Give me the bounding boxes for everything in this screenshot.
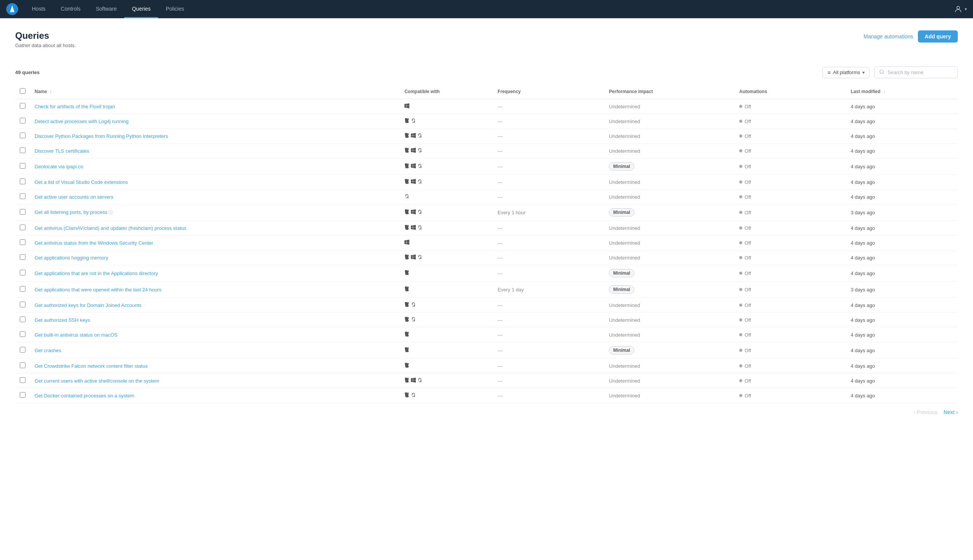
apple-icon xyxy=(404,133,409,139)
toolbar: 49 queries ≡ All platforms ▾ xyxy=(15,67,958,78)
nav-item-policies[interactable]: Policies xyxy=(158,0,192,18)
row-performance-cell: Undetermined xyxy=(604,190,735,204)
row-modified-cell: 4 days ago xyxy=(846,327,958,342)
row-frequency-cell: --- xyxy=(493,388,604,403)
row-automations-cell: Off xyxy=(735,235,846,250)
search-input[interactable] xyxy=(888,70,953,75)
sort-asc-icon: ↑ xyxy=(50,89,52,94)
row-modified-cell: 4 days ago xyxy=(846,313,958,327)
row-checkbox[interactable] xyxy=(20,286,25,292)
row-checkbox[interactable] xyxy=(20,239,25,245)
row-modified-cell: 4 days ago xyxy=(846,373,958,388)
query-link[interactable]: Get authorized keys for Domain Joined Ac… xyxy=(35,302,141,308)
row-checkbox[interactable] xyxy=(20,133,25,138)
row-checkbox[interactable] xyxy=(20,362,25,368)
automations-status: Off xyxy=(739,270,841,276)
user-menu[interactable]: ▾ xyxy=(954,5,967,13)
frequency-value: --- xyxy=(497,225,502,231)
previous-button[interactable]: ‹ Previous xyxy=(913,409,937,415)
frequency-value: --- xyxy=(497,393,502,398)
row-checkbox[interactable] xyxy=(20,193,25,199)
query-link[interactable]: Get applications that were opened within… xyxy=(35,287,162,293)
row-checkbox[interactable] xyxy=(20,254,25,260)
row-frequency-cell: --- xyxy=(493,373,604,388)
table-row: Discover Python Packages from Running Py… xyxy=(15,129,958,143)
row-checkbox[interactable] xyxy=(20,377,25,383)
query-link[interactable]: Detect active processes with Log4j runni… xyxy=(35,118,129,124)
row-checkbox[interactable] xyxy=(20,178,25,184)
query-link[interactable]: Get antivirus (ClamAV/clamd) and updater… xyxy=(35,225,186,231)
row-checkbox[interactable] xyxy=(20,118,25,123)
query-link[interactable]: Get applications that are not in the App… xyxy=(35,270,158,276)
row-checkbox[interactable] xyxy=(20,163,25,169)
table-row: Check for artifacts of the Floxif trojan… xyxy=(15,99,958,114)
automations-status: Off xyxy=(739,348,841,353)
performance-undetermined: Undetermined xyxy=(609,148,640,154)
query-link[interactable]: Get a list of Visual Studio Code extensi… xyxy=(35,179,128,185)
row-name-cell: Get active user accounts on servers xyxy=(30,190,400,204)
nav-item-hosts[interactable]: Hosts xyxy=(24,0,53,18)
automations-status: Off xyxy=(739,378,841,384)
manage-automations-button[interactable]: Manage automations xyxy=(863,30,913,43)
add-query-button[interactable]: Add query xyxy=(918,30,958,43)
query-link[interactable]: Get active user accounts on servers xyxy=(35,194,113,200)
linux-icon xyxy=(417,163,422,170)
query-link[interactable]: Get Crowdstrike Falcon network content f… xyxy=(35,363,148,369)
platform-filter-dropdown[interactable]: ≡ All platforms ▾ xyxy=(823,67,870,78)
row-checkbox[interactable] xyxy=(20,347,25,353)
query-link[interactable]: Check for artifacts of the Floxif trojan xyxy=(35,104,115,109)
row-checkbox[interactable] xyxy=(20,209,25,215)
query-link[interactable]: Get built-in antivirus status on macOS xyxy=(35,332,117,338)
row-name-cell: Get a list of Visual Studio Code extensi… xyxy=(30,175,400,190)
linux-icon xyxy=(404,194,409,200)
nav-item-software[interactable]: Software xyxy=(88,0,124,18)
query-link[interactable]: Discover Python Packages from Running Py… xyxy=(35,133,168,139)
row-checkbox[interactable] xyxy=(20,103,25,109)
query-link[interactable]: Get authorized SSH keys xyxy=(35,317,90,323)
query-link[interactable]: Get Docker contained processes on a syst… xyxy=(35,393,134,398)
row-checkbox[interactable] xyxy=(20,317,25,322)
automations-label: Off xyxy=(744,133,751,139)
nav-item-queries[interactable]: Queries xyxy=(124,0,158,18)
nav-logo[interactable] xyxy=(6,3,18,15)
svg-point-2 xyxy=(957,7,959,9)
row-performance-cell: Undetermined xyxy=(604,313,735,327)
query-link[interactable]: Get applications hogging memory xyxy=(35,255,108,261)
query-link[interactable]: Get all listening ports, by process xyxy=(35,209,107,215)
query-link[interactable]: Get antivirus status from the Windows Se… xyxy=(35,240,153,246)
nav-item-controls[interactable]: Controls xyxy=(53,0,88,18)
info-icon[interactable]: ⓘ xyxy=(109,210,113,215)
row-frequency-cell: --- xyxy=(493,342,604,358)
row-checkbox[interactable] xyxy=(20,331,25,337)
frequency-value: --- xyxy=(497,348,502,353)
row-checkbox[interactable] xyxy=(20,270,25,275)
row-checkbox-cell xyxy=(15,327,30,342)
row-checkbox[interactable] xyxy=(20,147,25,153)
row-checkbox[interactable] xyxy=(20,302,25,307)
automations-status: Off xyxy=(739,287,841,293)
query-link[interactable]: Geolocate via ipapi.co xyxy=(35,164,83,170)
automations-label: Off xyxy=(744,240,751,246)
row-checkbox[interactable] xyxy=(20,225,25,230)
table-row: Detect active processes with Log4j runni… xyxy=(15,114,958,129)
col-header-name[interactable]: Name ↑ xyxy=(30,84,400,99)
row-platforms-cell xyxy=(400,358,493,373)
platform-icons xyxy=(404,347,488,353)
frequency-value: --- xyxy=(497,179,502,185)
toolbar-right: ≡ All platforms ▾ xyxy=(823,67,958,78)
next-button[interactable]: Next › xyxy=(944,409,958,415)
select-all-checkbox[interactable] xyxy=(20,88,25,94)
row-checkbox[interactable] xyxy=(20,392,25,398)
query-link[interactable]: Get crashes xyxy=(35,348,61,353)
automations-label: Off xyxy=(744,164,751,170)
automations-status: Off xyxy=(739,179,841,185)
performance-badge: Minimal xyxy=(609,162,634,171)
automations-label: Off xyxy=(744,393,751,398)
platform-icons xyxy=(404,270,488,276)
col-header-last-modified[interactable]: Last modified ↕ xyxy=(846,84,958,99)
row-automations-cell: Off xyxy=(735,175,846,190)
query-link[interactable]: Get current users with active shell/cons… xyxy=(35,378,159,384)
nav-bar: Hosts Controls Software Queries Policies… xyxy=(0,0,973,18)
row-frequency-cell: --- xyxy=(493,190,604,204)
query-link[interactable]: Discover TLS certificates xyxy=(35,148,89,154)
